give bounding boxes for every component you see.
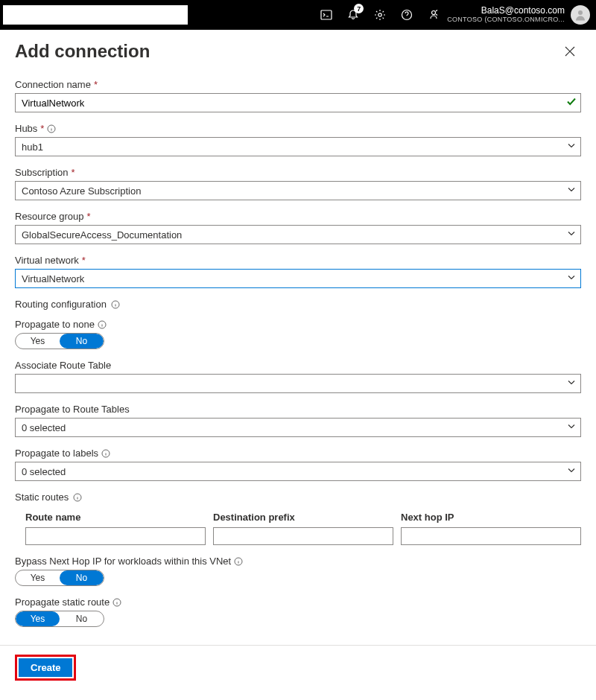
subscription-label: Subscription [15,167,69,178]
svg-point-3 [432,11,436,15]
chevron-down-icon [567,273,576,284]
resource-group-select[interactable]: GlobalSecureAccess_Documentation [15,225,581,244]
info-icon[interactable] [112,598,121,607]
chevron-down-icon [567,229,576,241]
associate-route-table-label: Associate Route Table [15,360,111,371]
hubs-label: Hubs [15,123,37,134]
top-header: 7 BalaS@contoso.com CONTOSO (CONTOSO.ONM… [0,0,596,30]
chevron-down-icon [567,378,576,389]
check-icon [566,97,577,109]
toggle-yes[interactable]: Yes [16,611,60,626]
svg-point-4 [578,10,583,15]
toggle-yes[interactable]: Yes [16,570,60,585]
propagate-none-toggle[interactable]: Yes No [15,333,104,349]
chevron-down-icon [567,422,576,433]
settings-gear-icon[interactable] [367,0,393,30]
cloud-shell-icon[interactable] [313,0,340,30]
svg-rect-0 [321,10,332,19]
chevron-down-icon [567,141,576,153]
col-route-name: Route name [25,512,206,523]
toggle-no[interactable]: No [60,611,104,626]
propagate-route-tables-label: Propagate to Route Tables [15,404,130,415]
propagate-labels-label: Propagate to labels [15,448,98,459]
chevron-down-icon [567,466,576,477]
info-icon[interactable] [73,493,82,502]
info-icon[interactable] [98,320,107,329]
propagate-none-label: Propagate to none [15,319,95,330]
col-next-hop-ip: Next hop IP [401,512,581,523]
propagate-static-route-label: Propagate static route [15,596,110,608]
virtual-network-label: Virtual network [15,255,79,266]
bypass-next-hop-label: Bypass Next Hop IP for workloads within … [15,556,231,567]
chevron-down-icon [567,185,576,197]
toggle-no[interactable]: No [60,570,104,585]
col-destination-prefix: Destination prefix [213,512,393,523]
bypass-next-hop-toggle[interactable]: Yes No [15,570,104,586]
subscription-select[interactable]: Contoso Azure Subscription [15,181,581,200]
create-highlight: Create [15,655,76,681]
search-input[interactable] [3,5,188,25]
propagate-labels-select[interactable]: 0 selected [15,462,581,481]
next-hop-ip-input[interactable] [401,527,581,545]
notification-badge: 7 [354,4,364,13]
info-icon[interactable] [234,557,243,566]
propagate-route-tables-select[interactable]: 0 selected [15,418,581,437]
connection-name-input[interactable] [15,93,581,112]
info-icon[interactable] [101,449,110,458]
static-routes-table: Route name Destination prefix Next hop I… [15,512,581,545]
table-row [15,527,581,545]
user-email: BalaS@contoso.com [447,6,565,16]
user-directory: CONTOSO (CONTOSO.ONMICRO... [447,16,565,24]
panel-footer: Create [0,645,596,694]
info-icon[interactable] [111,300,120,309]
info-icon[interactable] [47,124,56,133]
feedback-icon[interactable] [420,0,447,30]
propagate-static-route-toggle[interactable]: Yes No [15,611,104,627]
help-icon[interactable] [393,0,420,30]
route-name-input[interactable] [25,527,206,545]
avatar [571,5,590,25]
create-button[interactable]: Create [19,658,72,677]
associate-route-table-select[interactable] [15,374,581,393]
static-routes-label: Static routes [15,491,69,503]
close-button[interactable] [559,40,581,63]
notifications-icon[interactable]: 7 [340,0,367,30]
page-title: Add connection [15,41,150,62]
toggle-yes[interactable]: Yes [16,334,60,349]
destination-prefix-input[interactable] [213,527,393,545]
resource-group-label: Resource group [15,211,84,222]
add-connection-panel: Add connection Connection name * Hubs * … [0,30,596,627]
virtual-network-select[interactable]: VirtualNetwork [15,269,581,288]
hubs-select[interactable]: hub1 [15,137,581,156]
routing-config-label: Routing configuration [15,299,107,310]
user-account[interactable]: BalaS@contoso.com CONTOSO (CONTOSO.ONMIC… [447,5,590,25]
toggle-no[interactable]: No [60,334,104,349]
header-icons: 7 BalaS@contoso.com CONTOSO (CONTOSO.ONM… [313,0,590,30]
required-asterisk: * [94,79,98,90]
connection-name-label: Connection name [15,79,91,90]
svg-point-1 [378,13,381,16]
